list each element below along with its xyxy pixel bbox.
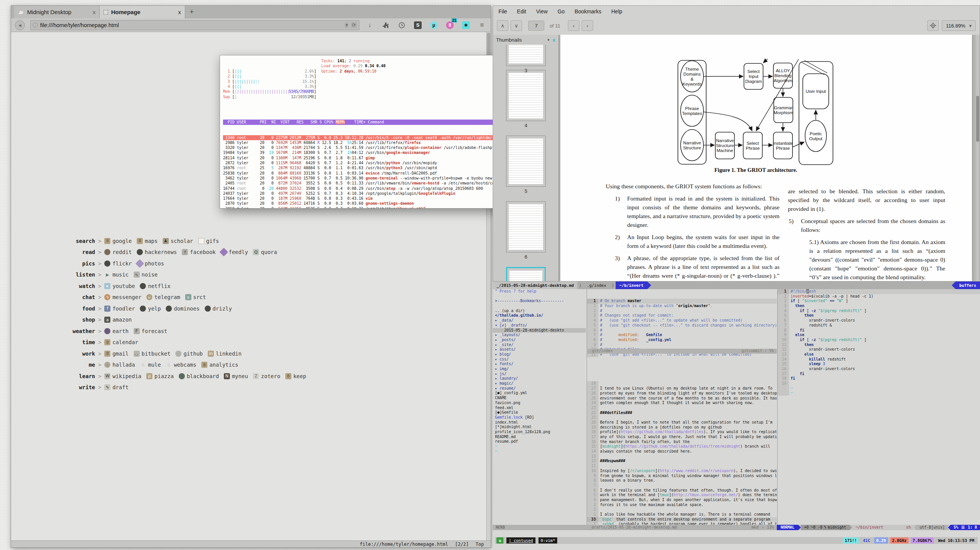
homepage-link[interactable]: hackernews [137, 249, 177, 255]
process-row[interactable]: 24037 tyler 20 0 497M 26740 5252 S 0.7 0… [223, 191, 508, 196]
homepage-link[interactable]: 8keep [285, 373, 306, 379]
process-row[interactable]: 1340 root 20 0 2375M 2012M 275M S 0.0 25… [223, 135, 508, 140]
markdown-line[interactable]: 28 [587, 381, 777, 386]
homepage-link[interactable]: ρpiazza [146, 373, 174, 379]
nerdtree-item[interactable] [493, 304, 586, 309]
script-line[interactable]: 12 xrandr-invert-colors [778, 347, 980, 352]
markdown-line[interactable]: 12###bspwm### [587, 459, 777, 464]
markdown-line[interactable]: 6I don't really use the tiling features … [587, 488, 777, 493]
nerdtree-item[interactable] [493, 294, 586, 299]
process-row[interactable]: 3462 tyler 20 0 1064M 43968 15700 S 0.7 … [223, 176, 508, 181]
history-forward-button[interactable]: › [582, 20, 593, 31]
nerdtree-item[interactable]: ▸ _layouts/ [493, 333, 586, 338]
git-and-markdown-pane[interactable]: 1# On branch master1# Your branch is up-… [587, 289, 777, 525]
homepage-link[interactable]: 8calendar [104, 339, 138, 345]
menu-go[interactable]: Go [558, 8, 565, 15]
markdown-line[interactable]: 7 [587, 483, 777, 488]
homepage-link[interactable]: ✎draft [104, 384, 128, 390]
nerdtree-item[interactable]: [●]_config.yml [493, 391, 586, 396]
nerdtree-item[interactable]: ▸ blog/ [493, 352, 586, 357]
page-down-button[interactable]: ∨ [511, 20, 522, 31]
homepage-link[interactable]: dominoes [166, 306, 199, 312]
nerdtree-item[interactable]: README.md [493, 435, 586, 440]
url-bar[interactable]: file:///home/tyler/homepage.html ▾ ⟳ [30, 20, 359, 30]
nerdtree-item[interactable]: ▸ _site/ [493, 343, 586, 348]
homepage-link[interactable]: photos [137, 260, 164, 267]
sort-column-mem[interactable]: MEM% [336, 120, 345, 124]
nerdtree-item[interactable]: ▸ assets/ [493, 347, 586, 352]
page-thumbnail[interactable] [506, 201, 546, 252]
process-row[interactable]: 2860 tyler 20 0 542M 21256 9536 S 0.0 0.… [223, 206, 508, 209]
nerdtree-item[interactable]: ▸ img/ [493, 367, 586, 372]
menu-edit[interactable]: Edit [517, 8, 526, 15]
reload-icon[interactable]: ⟳ [351, 22, 357, 28]
gitcommit-line[interactable]: 1# Your branch is up-to-date with 'origi… [587, 304, 777, 309]
nerdtree-item[interactable]: ▸ resume/ [493, 386, 586, 391]
script-line[interactable]: 9 else [778, 333, 980, 338]
homepage-link[interactable]: aamazon [104, 317, 132, 323]
vim-tab-markdown[interactable]: _/2015-05-28-midnight-desktop.md [493, 281, 577, 289]
markdown-line[interactable]: 10Inspired by [/r/unixporn](http://www.r… [587, 469, 777, 474]
markdown-line[interactable]: 22###dotfiles### [587, 411, 777, 416]
tab-close-icon[interactable]: x [178, 9, 181, 15]
homepage-link[interactable]: ffacebook [182, 249, 215, 255]
page-thumbnail[interactable] [506, 45, 546, 66]
script-line[interactable]: 8 fi [778, 328, 980, 333]
homepage-link[interactable]: yelp [140, 306, 161, 312]
vim-tab-invert-active[interactable]: ~/b/invert [616, 281, 647, 289]
gitcommit-line[interactable]: 1# On branch master [587, 299, 777, 304]
script-line[interactable]: 15 sleep 3 [778, 362, 980, 367]
markdown-line[interactable]: 26protect my eyes from the blinding ligh… [587, 391, 777, 396]
menu-file[interactable]: File [498, 8, 507, 15]
nerdtree-item[interactable]: profile_icon_128x128.png [493, 430, 586, 435]
page-thumbnail[interactable] [506, 136, 546, 187]
markdown-line[interactable]: 23 [587, 406, 777, 411]
browser-tab[interactable]: Midnight Desktopx [14, 6, 100, 18]
homepage-link[interactable]: 8gmail [104, 351, 128, 357]
nerdtree-item[interactable]: 2015-05-28-midnight-deskto [493, 328, 586, 333]
sidebar-dropdown-icon[interactable]: ▾ [547, 37, 550, 42]
markdown-line[interactable]: 1I also like how hackable the whole mana… [587, 512, 777, 517]
script-line[interactable]: 5 then [778, 313, 980, 318]
homepage-link[interactable]: 8maps [137, 238, 158, 244]
homepage-link[interactable]: Qquora [253, 249, 277, 255]
homepage-link[interactable]: github [175, 351, 203, 357]
script-line[interactable]: 7 redshift & [778, 323, 980, 328]
homepage-link[interactable]: ♘webcams [166, 362, 196, 368]
homepage-link[interactable]: feedly [221, 249, 248, 255]
script-line[interactable]: 2if [ "$inverted" == "W" ] [778, 299, 980, 304]
process-row[interactable]: 19484 tyler 39 19 1670M 214M 18300 S 0.7… [223, 150, 508, 155]
homepage-link[interactable]: ▸youtube [104, 283, 135, 289]
script-line[interactable]: 14 killall redshift [778, 357, 980, 362]
script-line[interactable]: 17 fi [778, 372, 980, 377]
markdown-line[interactable]: 24gotten complex enough that I thought i… [587, 401, 777, 406]
homepage-link[interactable]: ssrct [185, 294, 206, 300]
markdown-line[interactable]: 21 [587, 415, 777, 420]
nerdtree-item[interactable]: ▾ [✗] _drafts/ [493, 323, 586, 328]
puzzle-extension-icon[interactable] [381, 20, 391, 30]
gitcommit-line[interactable]: 8# modified: _config.yml [587, 338, 777, 343]
script-line[interactable]: ~ [778, 391, 980, 396]
history-clock-icon[interactable] [397, 20, 407, 30]
homepage-link[interactable]: earth [104, 328, 128, 334]
script-line[interactable]: 11 then [778, 343, 980, 348]
homepage-link[interactable]: inlinkedin [208, 351, 241, 357]
new-tab-button[interactable]: + [185, 6, 198, 18]
nerdtree-item[interactable]: resume.pdf [493, 439, 586, 444]
markdown-line[interactable]: 14always contain the setup described her… [587, 449, 777, 454]
script-line[interactable]: 18fi [778, 376, 980, 381]
homepage-link[interactable]: Zzotero [253, 373, 280, 379]
page-up-button[interactable]: ∧ [497, 20, 508, 31]
back-button[interactable]: ◂ [15, 20, 25, 30]
mu-extension-icon[interactable]: μ [429, 20, 439, 30]
nerdtree-item[interactable]: ~ [493, 449, 586, 454]
process-row[interactable]: 17664 tyler 20 0 187M 25960 7648 S 0.0 0… [223, 196, 508, 201]
homepage-link[interactable]: ffoodler [104, 306, 135, 312]
script-line[interactable]: 1inverted=$(xcalib -a -p | head -c 1) [778, 294, 980, 299]
page-thumbnail[interactable] [506, 267, 546, 281]
process-row[interactable]: 2872 tyler 20 0 1115M 96468 6420 S 0.7 1… [223, 160, 508, 165]
markdown-line[interactable]: 3forces it to use the maximum available … [587, 503, 777, 508]
shell-script-pane[interactable]: 1#!/bin/bash1inverted=$(xcalib -a -p | h… [777, 289, 980, 525]
markdown-line[interactable]: 20Before I begin, I want to note that al… [587, 420, 777, 425]
homepage-link[interactable]: reddit [104, 249, 132, 255]
